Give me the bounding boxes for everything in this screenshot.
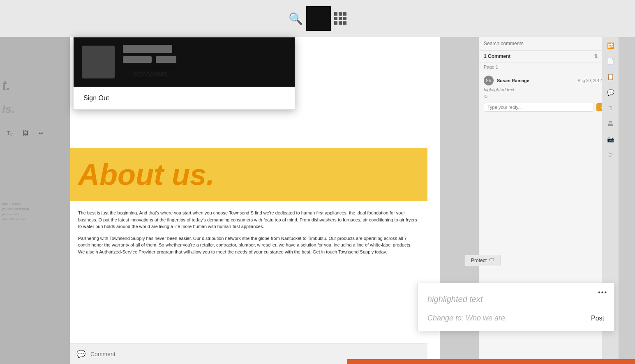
popup-post-button[interactable]: Post	[591, 315, 604, 322]
comment-item: SR Susan Ramage Aug 30, 2017 … highlight…	[479, 71, 619, 116]
account-sub-bar-1	[123, 56, 152, 63]
right-icon-2[interactable]: 📄	[605, 56, 616, 67]
comment-action-icon: ↻	[484, 94, 488, 99]
top-toolbar: 🔍	[0, 0, 635, 37]
grid-icon[interactable]	[334, 12, 346, 25]
comment-input[interactable]	[90, 351, 421, 357]
more-tool-icon[interactable]: ↩	[35, 127, 47, 139]
comment-text: highlighted text	[484, 87, 614, 92]
popup-change-text: Change to: Who we are.	[427, 314, 507, 323]
right-icon-8[interactable]: 🛡	[605, 150, 616, 160]
about-us-section: About us. The best is just the beginning…	[70, 148, 427, 364]
page-label: Page 1	[484, 65, 498, 69]
protect-label: Protect	[471, 258, 487, 263]
about-banner: About us.	[70, 148, 427, 201]
popup-highlighted-text: highlighted text	[427, 295, 604, 304]
popup-change-row: Change to: Who we are. Post	[427, 314, 604, 323]
comment-search-input[interactable]	[484, 41, 607, 46]
comment-icon: 💬	[76, 350, 85, 359]
orange-bottom-strip	[347, 359, 635, 364]
comment-user-row: SR Susan Ramage Aug 30, 2017 …	[484, 76, 614, 85]
sort-icon[interactable]: ⇅	[594, 53, 598, 59]
popup-more-icon[interactable]: •••	[598, 289, 607, 296]
text-tool-icon[interactable]: T₀	[4, 127, 16, 139]
account-dropdown: View Account Sign Out	[73, 37, 295, 110]
about-body: The best is just the beginning. And that…	[70, 201, 427, 268]
right-icon-1[interactable]: 🔁	[605, 40, 616, 51]
comment-username: Susan Ramage	[497, 78, 575, 83]
account-sub-bars	[123, 56, 176, 63]
comment-actions: ↻	[484, 94, 614, 99]
comment-avatar: SR	[484, 76, 494, 85]
view-account-button[interactable]: View Account	[123, 68, 176, 79]
comment-popup: ••• highlighted text Change to: Who we a…	[417, 283, 614, 331]
left-sidebar-bg: t. ls. T₀ 🖼 ↩ after the best you can aft…	[0, 37, 70, 364]
protect-button[interactable]: Protect 🛡	[465, 255, 501, 266]
bg-text-2: ls.	[2, 103, 15, 116]
about-para-2: Partnering with Townsend Supply has neve…	[78, 235, 419, 256]
about-title: About us.	[78, 158, 215, 191]
bg-text-1: t.	[2, 78, 10, 93]
bg-sidebar-text: after the best you can after most partne…	[2, 201, 29, 222]
about-para-1: The best is just the beginning. And that…	[78, 210, 419, 230]
right-icon-3[interactable]: 📋	[605, 71, 616, 82]
right-icon-5[interactable]: 🗓	[605, 103, 616, 113]
image-tool-icon[interactable]: 🖼	[20, 127, 31, 139]
left-tools: T₀ 🖼 ↩	[4, 127, 47, 139]
comment-count-label: 1 Comment	[484, 53, 594, 59]
right-icon-7[interactable]: 📷	[605, 134, 616, 145]
account-name-bar	[123, 45, 172, 53]
account-button[interactable]	[306, 6, 331, 31]
account-info: View Account	[123, 45, 176, 79]
search-icon[interactable]: 🔍	[289, 12, 303, 25]
account-avatar	[82, 46, 115, 78]
comment-count-bar: 1 Comment ⇅ ▼ …	[479, 51, 619, 62]
comment-search-bar: 🔍	[479, 37, 619, 51]
sign-out-button[interactable]: Sign Out	[74, 87, 295, 109]
comment-reply-row: Post	[484, 103, 614, 112]
account-sub-bar-2	[156, 56, 176, 63]
right-icon-4[interactable]: 💬	[605, 87, 616, 98]
shield-icon: 🛡	[489, 257, 495, 264]
comment-date: Aug 30, 2017	[578, 78, 603, 83]
comment-reply-input[interactable]	[484, 103, 594, 112]
right-icon-6[interactable]: 🖶	[605, 118, 616, 129]
account-header: View Account	[74, 37, 295, 87]
page-indicator: Page 1 1 ∧	[479, 62, 619, 71]
